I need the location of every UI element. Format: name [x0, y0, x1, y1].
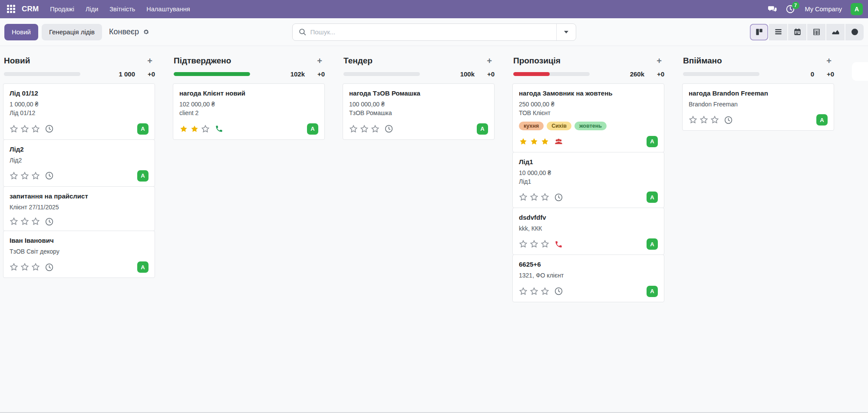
- star-icon[interactable]: [10, 125, 18, 133]
- view-pivot-button[interactable]: [807, 24, 825, 40]
- activity-clock-icon[interactable]: [554, 193, 563, 202]
- avatar[interactable]: A: [647, 238, 658, 250]
- view-list-button[interactable]: [769, 24, 787, 40]
- kanban-card[interactable]: Лід1 10 000,00 ₴ Лід1 A: [512, 152, 664, 208]
- priority-stars[interactable]: [179, 125, 210, 133]
- star-icon[interactable]: [360, 125, 369, 133]
- priority-stars[interactable]: [10, 217, 40, 226]
- kanban-card[interactable]: dsdvfdfv kkk, ККК A: [512, 208, 664, 255]
- priority-stars[interactable]: [689, 116, 719, 124]
- kanban-card[interactable]: нагода Brandon Freeman Brandon Freeman A: [682, 83, 834, 131]
- avatar[interactable]: A: [137, 261, 149, 273]
- star-icon[interactable]: [541, 137, 549, 146]
- priority-stars[interactable]: [10, 263, 40, 271]
- kanban-card[interactable]: нагода Клієнт новий 102 000,00 ₴ client …: [173, 83, 325, 140]
- kanban-card[interactable]: нагода ТзОВ Ромашка 100 000,00 ₴ ТзОВ Ро…: [343, 83, 495, 140]
- add-record-button[interactable]: +: [316, 56, 323, 65]
- avatar[interactable]: A: [307, 123, 318, 135]
- search-input[interactable]: [310, 28, 556, 36]
- activity-clock-icon[interactable]: [45, 263, 53, 271]
- nav-item-leads[interactable]: Ліди: [86, 6, 98, 13]
- apps-grid-icon[interactable]: [7, 5, 16, 13]
- star-icon[interactable]: [371, 125, 380, 133]
- activity-clock-icon[interactable]: [554, 287, 563, 295]
- tag-syhiv[interactable]: Сихів: [547, 122, 571, 130]
- activity-clock-icon[interactable]: [385, 125, 393, 133]
- star-icon[interactable]: [541, 193, 549, 202]
- priority-stars[interactable]: [519, 287, 549, 296]
- star-icon[interactable]: [201, 125, 210, 133]
- avatar[interactable]: A: [647, 192, 658, 203]
- star-icon[interactable]: [20, 125, 29, 133]
- messages-icon[interactable]: [768, 4, 778, 14]
- activity-phone-icon[interactable]: [554, 240, 563, 248]
- star-icon[interactable]: [31, 217, 40, 226]
- activity-clock-icon[interactable]: [45, 172, 53, 180]
- priority-stars[interactable]: [519, 240, 549, 248]
- view-calendar-button[interactable]: [788, 24, 806, 40]
- activity-clock-icon[interactable]: [45, 218, 53, 226]
- kanban-card[interactable]: запитання на прайслист Клієнт 27/11/2025: [3, 186, 155, 231]
- star-icon[interactable]: [541, 240, 549, 248]
- activity-group-icon[interactable]: [554, 137, 563, 145]
- star-icon[interactable]: [349, 125, 358, 133]
- avatar[interactable]: A: [137, 123, 149, 135]
- star-icon[interactable]: [10, 263, 18, 271]
- star-icon[interactable]: [10, 172, 18, 180]
- kanban-card[interactable]: Іван Іванович ТзОВ Світ декору A: [3, 231, 155, 278]
- add-record-button[interactable]: +: [655, 56, 663, 65]
- gear-icon[interactable]: [143, 29, 149, 35]
- add-record-button[interactable]: +: [825, 56, 833, 65]
- star-icon[interactable]: [700, 116, 708, 124]
- nav-item-settings[interactable]: Налаштування: [146, 6, 190, 13]
- app-name[interactable]: CRM: [22, 5, 39, 13]
- search-dropdown-toggle[interactable]: [556, 24, 576, 40]
- activity-clock-icon[interactable]: [45, 125, 53, 133]
- kanban-card[interactable]: 6625+6 1321, ФО клієнт A: [512, 254, 664, 302]
- view-activity-button[interactable]: [845, 24, 864, 40]
- star-icon[interactable]: [530, 240, 538, 248]
- nav-item-reporting[interactable]: Звітність: [109, 6, 135, 13]
- add-record-button[interactable]: +: [146, 56, 154, 65]
- star-icon[interactable]: [519, 287, 528, 296]
- column-progressbar[interactable]: [174, 72, 250, 76]
- nav-item-sales[interactable]: Продажі: [50, 6, 74, 13]
- star-icon[interactable]: [530, 137, 538, 146]
- add-column-box[interactable]: [852, 62, 868, 81]
- new-button[interactable]: Новий: [4, 24, 38, 40]
- star-icon[interactable]: [519, 193, 528, 202]
- kanban-card[interactable]: Лід 01/12 1 000,00 ₴ Лід 01/12 A: [3, 83, 155, 140]
- avatar[interactable]: A: [477, 123, 488, 135]
- company-switcher[interactable]: My Company: [805, 6, 842, 13]
- view-graph-button[interactable]: [826, 24, 845, 40]
- star-icon[interactable]: [519, 240, 528, 248]
- priority-stars[interactable]: [10, 172, 40, 180]
- priority-stars[interactable]: [10, 125, 40, 133]
- column-progressbar[interactable]: [683, 72, 759, 76]
- priority-stars[interactable]: [519, 137, 549, 146]
- column-progressbar[interactable]: [513, 72, 590, 76]
- star-icon[interactable]: [519, 137, 528, 146]
- view-kanban-button[interactable]: [750, 24, 768, 40]
- avatar[interactable]: A: [816, 114, 828, 126]
- star-icon[interactable]: [20, 172, 29, 180]
- kanban-card[interactable]: нагода Замовник на жовтень 250 000,00 ₴ …: [512, 83, 664, 152]
- star-icon[interactable]: [31, 172, 40, 180]
- star-icon[interactable]: [20, 217, 29, 226]
- column-progressbar[interactable]: [4, 72, 80, 76]
- activity-phone-icon[interactable]: [215, 125, 223, 133]
- star-icon[interactable]: [190, 125, 199, 133]
- star-icon[interactable]: [541, 287, 549, 296]
- add-record-button[interactable]: +: [485, 56, 493, 65]
- tag-kitchen[interactable]: кухня: [519, 122, 544, 130]
- star-icon[interactable]: [10, 217, 18, 226]
- activity-clock-icon[interactable]: [724, 116, 733, 124]
- star-icon[interactable]: [31, 125, 40, 133]
- column-progressbar[interactable]: [343, 72, 420, 76]
- priority-stars[interactable]: [519, 193, 549, 202]
- star-icon[interactable]: [689, 116, 697, 124]
- lead-generation-button[interactable]: Генерація лідів: [42, 24, 102, 40]
- avatar[interactable]: A: [647, 286, 658, 297]
- star-icon[interactable]: [530, 193, 538, 202]
- star-icon[interactable]: [31, 263, 40, 271]
